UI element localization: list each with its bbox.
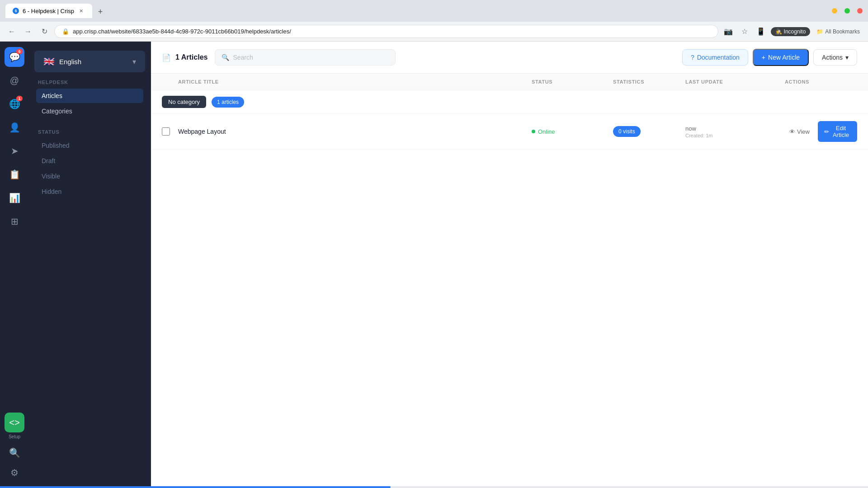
articles-count: 📄 1 Articles [162, 53, 208, 62]
nav-categories-label: Categories [42, 108, 72, 115]
sidebar-gear-icon[interactable]: ⚙ [5, 463, 24, 483]
nav-articles-label: Articles [42, 92, 62, 99]
note-icon: 📋 [9, 169, 20, 180]
helpdesk-title: HELPDESK [36, 80, 143, 85]
restore-button[interactable] [844, 8, 850, 14]
sidebar-barchart-icon[interactable]: 📊 [5, 188, 24, 208]
refresh-button[interactable]: ↻ [38, 25, 51, 38]
close-button[interactable] [857, 8, 863, 14]
search-bar[interactable]: 🔍 Search [215, 49, 396, 66]
articles-count-badge: 1 articles [212, 97, 244, 108]
icon-sidebar: 💬 6 @ 🌐 1 👤 ➤ 📋 📊 ⊞ <> [0, 42, 29, 488]
main-header: 📄 1 Articles 🔍 Search ? Documentation + … [151, 42, 868, 74]
setup-label: Setup [9, 434, 20, 439]
language-label: English [59, 58, 128, 66]
documentation-button[interactable]: ? Documentation [682, 49, 748, 66]
gear-icon: ⚙ [10, 467, 19, 478]
url-text: app.crisp.chat/website/6833ae5b-844d-4c9… [73, 28, 711, 35]
search-placeholder: Search [233, 54, 253, 61]
status-dot-icon [532, 130, 535, 133]
sidebar-note-icon[interactable]: 📋 [5, 164, 24, 184]
active-tab[interactable]: 6 6 - Helpdesk | Crisp ✕ [5, 4, 92, 18]
sidebar-globe-icon[interactable]: 🌐 1 [5, 94, 24, 114]
sidebar-bottom: <> Setup 🔍 ⚙ [5, 413, 24, 483]
tab-label: 6 - Helpdesk | Crisp [23, 8, 74, 14]
address-bar[interactable]: 🔒 app.crisp.chat/website/6833ae5b-844d-4… [54, 25, 718, 38]
header-actions: ? Documentation + New Article Actions ▾ [682, 49, 857, 66]
table-row: Webpage Layout Online 0 visits now Creat… [151, 114, 868, 150]
setup-code-icon: <> [5, 413, 24, 432]
barchart-icon: 📊 [9, 192, 20, 203]
last-update-time: now [685, 125, 785, 132]
bookmark-button[interactable]: ☆ [738, 25, 751, 38]
edit-pencil-icon: ✏ [824, 128, 829, 135]
window-controls [832, 8, 863, 14]
chevron-icon: ▾ [132, 57, 136, 66]
all-bookmarks[interactable]: 📁 All Bookmarks [814, 25, 863, 38]
camera-off-icon: 📷 [722, 25, 735, 38]
actions-chevron-icon: ▾ [845, 54, 849, 61]
view-eye-icon: 👁 [789, 128, 795, 135]
back-button[interactable]: ← [5, 25, 18, 38]
tab-close-button[interactable]: ✕ [78, 7, 85, 14]
actions-button[interactable]: Actions ▾ [813, 49, 857, 66]
col-actions: ACTIONS [785, 79, 857, 84]
search-icon: 🔍 [9, 447, 20, 458]
left-panel: 🇬🇧 English ▾ HELPDESK Articles Categorie… [29, 42, 151, 488]
language-selector[interactable]: 🇬🇧 English ▾ [34, 51, 145, 72]
forward-button[interactable]: → [22, 25, 34, 38]
articles-count-label: 1 Articles [175, 53, 208, 61]
new-tab-button[interactable]: + [94, 5, 107, 18]
search-bar-icon: 🔍 [222, 54, 229, 61]
helpdesk-nav-section: HELPDESK Articles Categories [29, 80, 151, 118]
category-badge: No category [162, 96, 206, 108]
col-checkbox [162, 79, 178, 84]
articles-icon: 📄 [162, 53, 171, 62]
new-article-plus-icon: + [762, 54, 765, 61]
sidebar-chat-icon[interactable]: 💬 6 [5, 47, 24, 67]
col-last-update: LAST UPDATE [685, 79, 785, 84]
view-article-button[interactable]: 👁 View [785, 126, 814, 138]
article-last-update: now Created: 1m [685, 125, 785, 138]
article-title: Webpage Layout [178, 128, 532, 135]
people-icon: 👤 [9, 122, 20, 133]
main-content: 📄 1 Articles 🔍 Search ? Documentation + … [151, 42, 868, 488]
last-update-created: Created: 1m [685, 133, 785, 138]
status-section-title: STATUS [36, 129, 143, 135]
lock-icon: 🔒 [62, 28, 69, 35]
sidebar-mentions-icon[interactable]: @ [5, 70, 24, 90]
device-icon: 📱 [755, 25, 767, 38]
docs-question-icon: ? [691, 54, 694, 61]
status-item-draft[interactable]: Draft [36, 154, 143, 168]
table-header: ARTICLE TITLE STATUS STATISTICS LAST UPD… [151, 74, 868, 90]
bookmarks-folder-icon: 📁 [816, 28, 823, 35]
flag-icon: 🇬🇧 [43, 56, 55, 67]
edit-article-button[interactable]: ✏ Edit Article [818, 121, 857, 142]
article-status: Online [532, 128, 613, 135]
status-section: STATUS Published Draft Visible Hidden [29, 129, 151, 199]
setup-item[interactable]: <> Setup [5, 413, 24, 439]
sidebar-send-icon[interactable]: ➤ [5, 141, 24, 161]
status-item-published[interactable]: Published [36, 138, 143, 153]
visits-badge: 0 visits [613, 126, 641, 137]
status-item-hidden[interactable]: Hidden [36, 184, 143, 199]
mentions-icon: @ [10, 75, 19, 86]
sidebar-search-icon[interactable]: 🔍 [5, 443, 24, 463]
nav-item-categories[interactable]: Categories [36, 104, 143, 118]
article-visits: 0 visits [613, 126, 685, 137]
category-row: No category 1 articles [151, 90, 868, 114]
col-title: ARTICLE TITLE [178, 79, 532, 84]
col-status: STATUS [532, 79, 613, 84]
sidebar-people-icon[interactable]: 👤 [5, 117, 24, 137]
new-article-button[interactable]: + New Article [753, 49, 809, 66]
bottom-bar [0, 486, 868, 488]
sidebar-dashboard-icon[interactable]: ⊞ [5, 211, 24, 231]
minimize-button[interactable] [832, 8, 837, 14]
bottom-progress [0, 486, 391, 488]
status-item-visible[interactable]: Visible [36, 169, 143, 183]
tab-favicon: 6 [13, 8, 19, 14]
nav-item-articles[interactable]: Articles [36, 89, 143, 103]
actions-label: Actions [822, 54, 843, 61]
status-label: Online [538, 128, 555, 135]
article-checkbox[interactable] [162, 127, 170, 136]
